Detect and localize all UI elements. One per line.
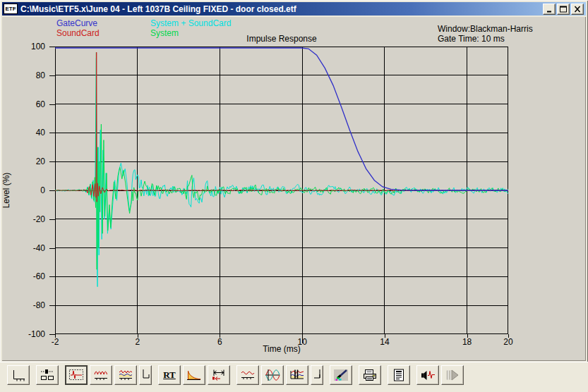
toolbar-group	[7, 365, 30, 385]
toolbar-button-report[interactable]	[388, 365, 410, 385]
x-tick-label: 6	[205, 337, 234, 347]
corner-narrow-icon	[313, 368, 322, 382]
toolbar-group: RT	[158, 365, 230, 385]
maximize-icon	[559, 6, 568, 13]
minimize-button[interactable]	[543, 4, 556, 15]
etf-application-window: { "window": { "title": "C:\\Music\\ETF5.…	[0, 0, 588, 392]
y-tick-label: -60	[16, 271, 45, 281]
y-tick-label: 40	[16, 128, 45, 137]
toolbar-group	[330, 365, 352, 385]
x-tick-label: 14	[371, 337, 399, 347]
y-tick-mark	[49, 334, 55, 335]
toolbar-group	[416, 365, 464, 385]
step-narrow-icon	[141, 368, 150, 382]
gate-time-text: Gate Time: 10 ms	[438, 34, 505, 44]
y-axis-label: Level (%)	[1, 166, 11, 215]
y-tick-label: -20	[16, 214, 45, 224]
toolbar-button-phase-view[interactable]	[261, 365, 284, 385]
toolbar-button-color-settings[interactable]	[330, 365, 352, 385]
close-button[interactable]	[571, 4, 584, 15]
color-brush-icon	[332, 368, 349, 382]
toolbar-button-energy-decay-view[interactable]	[183, 365, 205, 385]
series-gatecurve	[55, 48, 508, 190]
toolbar-button-gate-adjust[interactable]	[208, 365, 230, 385]
legend-item-gatecurve: GateCurve	[56, 18, 97, 28]
chart-overlay: GateCurveSoundCardSystem + SoundCardSyst…	[0, 0, 588, 361]
maximize-button[interactable]	[557, 4, 570, 15]
series-soundcard	[55, 52, 508, 202]
impulse-response-icon	[68, 368, 85, 382]
toolbar-button-spectrum-overlay-view[interactable]	[114, 365, 137, 385]
x-tick-label: -2	[41, 337, 69, 347]
toolbar-button-time-axis[interactable]	[7, 365, 30, 385]
x-tick-label: 18	[453, 337, 481, 347]
close-icon	[573, 6, 582, 13]
toolbar-button-step-display[interactable]	[139, 365, 152, 385]
toolbar-button-frequency-response-view[interactable]	[90, 365, 112, 385]
toolbar-button-run[interactable]	[441, 365, 464, 385]
rt-label: RT	[163, 369, 176, 381]
toolbar-button-corner-display[interactable]	[311, 365, 323, 385]
y-tick-label: 80	[16, 71, 45, 80]
window-function-text: Window:Blackman-Harris	[438, 24, 533, 34]
toolbar-button-gate-settings[interactable]	[36, 365, 59, 385]
window-controls	[543, 4, 584, 15]
toolbar-button-impulse-response-view[interactable]	[65, 365, 88, 385]
toolbar-group	[36, 365, 59, 385]
y-tick-label: 0	[16, 185, 45, 195]
toolbar-group	[236, 365, 323, 385]
legend-item-soundcard: SoundCard	[56, 28, 100, 38]
spectrum-overlay-icon	[117, 368, 134, 382]
title-bar[interactable]: ETF C:\Music\ETF5.x\June 04 - Left 1037B…	[2, 2, 586, 16]
app-icon[interactable]: ETF	[4, 4, 18, 14]
run-arrow-icon	[444, 368, 461, 382]
toolbar-button-waterfall-view[interactable]	[286, 365, 308, 385]
toolbar-group	[65, 365, 152, 385]
series-system	[55, 52, 508, 269]
window-title: C:\Music\ETF5.x\June 04 - Left 1037B Cei…	[20, 4, 541, 14]
energy-decay-icon	[186, 368, 203, 382]
waterfall-bars-icon	[289, 368, 306, 382]
toolbar-button-measure[interactable]	[416, 365, 439, 385]
x-tick-label: 20	[494, 337, 522, 347]
toolbar-button-print[interactable]	[359, 365, 381, 385]
y-tick-mark	[49, 75, 55, 76]
y-tick-label: 100	[16, 42, 45, 51]
y-tick-mark	[49, 161, 55, 162]
toolbar-button-rt60-view[interactable]: RT	[158, 365, 181, 385]
y-tick-mark	[49, 190, 55, 191]
y-tick-label: 60	[16, 99, 45, 109]
gate-settings-icon	[39, 368, 56, 382]
y-tick-mark	[49, 104, 55, 105]
toolbar-button-smoothed-response-view[interactable]	[236, 365, 259, 385]
legend-item-system-soundcard: System + SoundCard	[150, 18, 231, 28]
y-tick-label: 20	[16, 157, 45, 166]
frequency-response-icon	[92, 368, 109, 382]
legend-item-system: System	[150, 28, 179, 38]
y-tick-label: -40	[16, 243, 45, 253]
smoothed-response-icon	[239, 368, 256, 382]
minimize-icon	[545, 6, 553, 13]
y-tick-mark	[49, 305, 55, 306]
measure-speaker-icon	[419, 368, 436, 382]
phase-icon	[264, 368, 281, 382]
report-icon	[390, 368, 407, 382]
y-tick-mark	[49, 219, 55, 220]
y-tick-label: -80	[16, 300, 45, 310]
y-tick-mark	[49, 47, 55, 47]
toolbar-group	[388, 365, 410, 385]
y-tick-mark	[49, 133, 55, 133]
plot-area[interactable]	[55, 47, 508, 334]
chart-title: Impulse Response	[211, 34, 352, 44]
time-axis-icon	[10, 368, 27, 382]
y-tick-mark	[49, 276, 55, 277]
y-tick-mark	[49, 248, 55, 249]
x-tick-label: 2	[124, 337, 152, 347]
toolbar: RT	[0, 362, 588, 392]
gate-adjust-icon	[210, 368, 227, 382]
print-icon	[361, 368, 378, 382]
toolbar-group	[359, 365, 381, 385]
